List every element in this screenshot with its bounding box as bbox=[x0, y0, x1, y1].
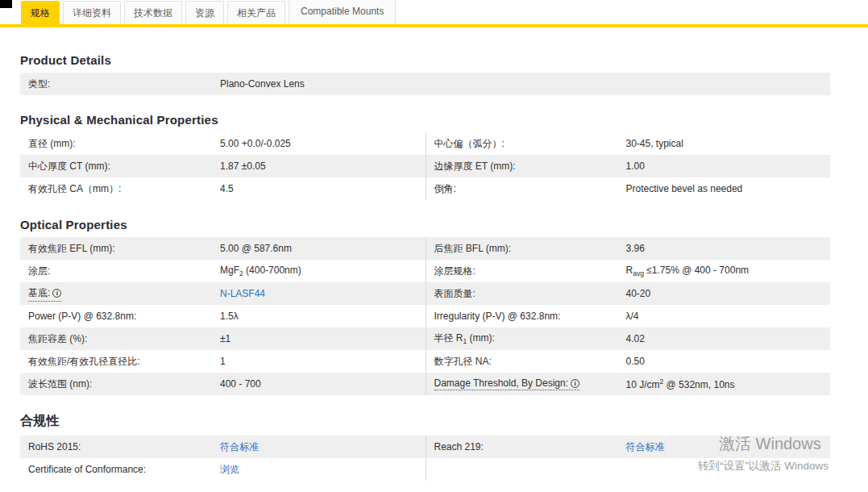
property-label: 波长范围 (nm): bbox=[20, 377, 220, 391]
property-value: 1.87 ±0.05 bbox=[220, 161, 426, 172]
property-label: 后焦距 BFL (mm): bbox=[426, 242, 626, 256]
table-row: 焦距容差 (%): ±1 半径 R1 (mm): 4.02 bbox=[20, 327, 830, 350]
property-label: 边缘厚度 ET (mm): bbox=[426, 160, 626, 173]
table-row: 有效焦距 EFL (mm): 5.00 @ 587.6nm 后焦距 BFL (m… bbox=[20, 237, 830, 260]
property-label: Power (P-V) @ 632.8nm: bbox=[20, 311, 220, 322]
table-row: 中心厚度 CT (mm): 1.87 ±0.05 边缘厚度 ET (mm): 1… bbox=[20, 155, 830, 177]
property-value: 4.02 bbox=[626, 333, 831, 344]
info-icon[interactable]: i bbox=[52, 289, 61, 298]
property-value: 40-20 bbox=[626, 288, 831, 299]
property-label: 表面质量: bbox=[426, 287, 626, 301]
table-row: Certificate of Conformance: 浏览 bbox=[20, 458, 830, 481]
property-label: 半径 R1 (mm): bbox=[426, 331, 626, 345]
table-row: 涂层: MgF2 (400-700nm) 涂层规格: Ravg ≤1.75% @… bbox=[20, 260, 830, 282]
table-row: 基底: i N-LASF44 表面质量: 40-20 bbox=[20, 282, 830, 305]
property-value: 30-45, typical bbox=[626, 138, 831, 149]
tab-technical-data[interactable]: 技术数据 bbox=[124, 1, 182, 24]
info-icon[interactable]: i bbox=[571, 379, 579, 388]
table-row: Power (P-V) @ 632.8nm: 1.5λ Irregularity… bbox=[20, 305, 830, 327]
property-value: 1 bbox=[220, 356, 426, 367]
table-row: 直径 (mm): 5.00 +0.0/-0.025 中心偏（弧分）: 30-45… bbox=[20, 132, 830, 155]
property-label: 有效焦距 EFL (mm): bbox=[20, 242, 220, 256]
table-row: 波长范围 (nm): 400 - 700 Damage Threshold, B… bbox=[20, 373, 830, 395]
substrate-link[interactable]: N-LASF44 bbox=[220, 288, 426, 299]
section-title-physical: Physical & Mechanical Properties bbox=[20, 113, 830, 127]
property-label: Damage Threshold, By Design: bbox=[434, 377, 569, 389]
section-title-product-details: Product Details bbox=[20, 53, 830, 67]
property-value: 10 J/cm2 @ 532nm, 10ns bbox=[626, 377, 831, 390]
section-title-optical: Optical Properties bbox=[20, 218, 830, 231]
tab-related-products[interactable]: 相关产品 bbox=[227, 1, 285, 24]
property-label: 涂层规格: bbox=[426, 265, 626, 278]
table-row: RoHS 2015: 符合标准 Reach 219: 符合标准 bbox=[20, 436, 830, 458]
property-value: 4.5 bbox=[220, 183, 426, 194]
tab-compatible-mounts[interactable]: Compatible Mounts bbox=[289, 0, 396, 24]
property-value: Plano-Convex Lens bbox=[220, 78, 830, 90]
screen-corner-artifact bbox=[0, 0, 12, 8]
property-label: 直径 (mm): bbox=[20, 137, 220, 151]
property-label: Certificate of Conformance: bbox=[20, 464, 220, 475]
certificate-view-link[interactable]: 浏览 bbox=[220, 463, 426, 477]
property-value: λ/4 bbox=[626, 311, 831, 322]
spec-tab-bar: 规格 详细资料 技术数据 资源 相关产品 Compatible Mounts bbox=[0, 0, 868, 27]
tab-details[interactable]: 详细资料 bbox=[63, 1, 121, 24]
table-row: 有效孔径 CA（mm）: 4.5 倒角: Protective bevel as… bbox=[20, 177, 830, 200]
property-value: 1.00 bbox=[626, 161, 831, 172]
property-label: 有效孔径 CA（mm）: bbox=[20, 182, 220, 196]
property-value: 5.00 +0.0/-0.025 bbox=[220, 138, 426, 149]
property-value: 5.00 @ 587.6nm bbox=[220, 243, 426, 254]
property-label: 焦距容差 (%): bbox=[20, 332, 220, 346]
property-label: 类型: bbox=[20, 77, 220, 91]
property-value: 1.5λ bbox=[220, 311, 426, 322]
property-label: 数字孔径 NA: bbox=[426, 355, 626, 369]
tab-resources[interactable]: 资源 bbox=[185, 1, 224, 24]
property-value: ±1 bbox=[220, 333, 426, 344]
rohs-compliant-link[interactable]: 符合标准 bbox=[220, 440, 426, 454]
property-label: 有效焦距/有效孔径直径比: bbox=[20, 355, 220, 369]
table-row: 类型: Plano-Convex Lens bbox=[20, 73, 830, 95]
section-title-compliance: 合规性 bbox=[20, 413, 830, 430]
property-value: Protective bevel as needed bbox=[626, 183, 831, 194]
property-label: 倒角: bbox=[426, 182, 626, 196]
property-label: 涂层: bbox=[20, 265, 220, 278]
table-row: 有效焦距/有效孔径直径比: 1 数字孔径 NA: 0.50 bbox=[20, 350, 830, 373]
property-label: Reach 219: bbox=[426, 441, 626, 452]
property-value: MgF2 (400-700nm) bbox=[220, 265, 426, 277]
reach-compliant-link[interactable]: 符合标准 bbox=[626, 440, 831, 454]
property-label: Irregularity (P-V) @ 632.8nm: bbox=[426, 311, 626, 322]
property-value: Ravg ≤1.75% @ 400 - 700nm bbox=[626, 265, 831, 277]
property-value: 0.50 bbox=[626, 356, 831, 367]
property-value: 3.96 bbox=[626, 243, 831, 254]
property-label: 基底: bbox=[28, 286, 50, 300]
tab-specs[interactable]: 规格 bbox=[21, 1, 60, 24]
property-label: RoHS 2015: bbox=[20, 441, 220, 452]
property-value: 400 - 700 bbox=[220, 378, 426, 390]
property-label: 中心厚度 CT (mm): bbox=[20, 160, 220, 173]
spec-content: Product Details 类型: Plano-Convex Lens Ph… bbox=[20, 53, 830, 481]
property-label: 中心偏（弧分）: bbox=[426, 137, 626, 151]
